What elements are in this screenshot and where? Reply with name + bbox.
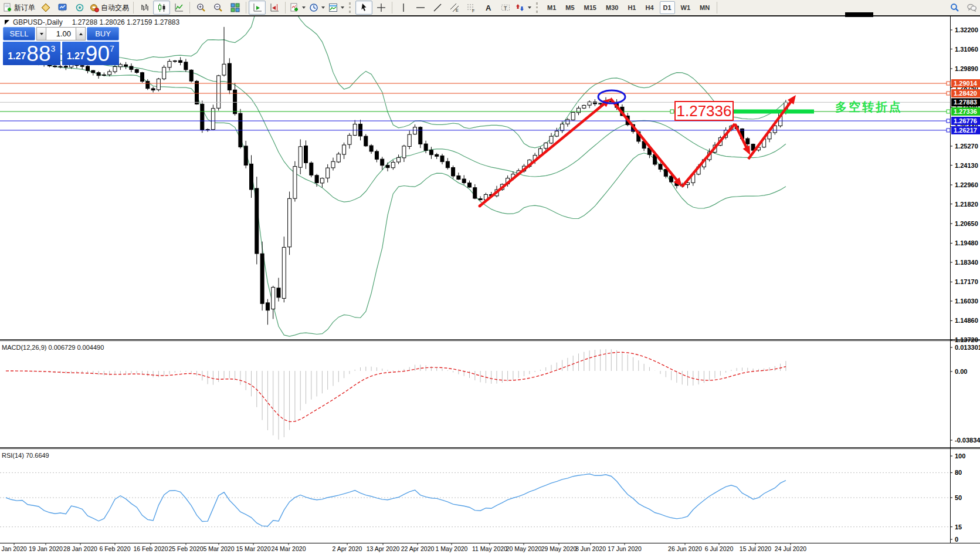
shift-icon [270, 3, 279, 12]
svg-text:1.26776: 1.26776 [954, 117, 977, 124]
tile-windows-button[interactable] [226, 1, 243, 15]
timeframe-W1[interactable]: W1 [677, 1, 694, 14]
candlestick-chart-button[interactable] [153, 1, 170, 15]
new-order-button-label: 新订单 [14, 3, 35, 13]
periods-dropdown[interactable] [307, 1, 327, 15]
turning-point-label[interactable]: 多空转折点 [835, 99, 903, 115]
buy-price-button[interactable]: 1.27 90 7 [62, 42, 120, 65]
horizontal-line-tool-button[interactable] [412, 1, 429, 15]
svg-text:1.27336: 1.27336 [954, 108, 977, 115]
auto-scroll-button[interactable] [249, 1, 266, 15]
label-tool-button[interactable]: T [497, 1, 514, 15]
svg-text:1.18340: 1.18340 [955, 259, 978, 266]
one-click-trading-panel: SELL 1.00 BUY 1.27 88 3 1.27 90 7 [3, 27, 119, 65]
timeframe-D1[interactable]: D1 [660, 1, 675, 14]
sell-price-pips: 88 [26, 44, 50, 63]
bar-chart-button[interactable] [136, 1, 153, 15]
svg-text:A: A [486, 4, 491, 12]
timeframe-MN[interactable]: MN [696, 1, 713, 14]
zoom-in-button[interactable] [192, 1, 209, 15]
svg-text:T: T [504, 5, 507, 11]
crosshair-tool-button[interactable] [372, 1, 389, 15]
svg-text:1.20650: 1.20650 [955, 220, 978, 227]
profiles-button[interactable] [37, 1, 54, 15]
new-order-button[interactable]: 新订单 [1, 1, 37, 15]
vertical-line-tool-button[interactable] [395, 1, 412, 15]
timeframe-M5[interactable]: M5 [562, 1, 578, 14]
toolbar-separator [285, 2, 286, 13]
zoom-in-icon [196, 3, 206, 12]
svg-text:20 May 2020: 20 May 2020 [506, 545, 542, 552]
macd-indicator [6, 349, 786, 440]
sell-price-button[interactable]: 1.27 88 3 [3, 42, 60, 65]
crosshair-icon [377, 3, 386, 12]
volume-input[interactable]: 1.00 [46, 27, 76, 40]
periods-icon [309, 3, 318, 12]
svg-text:100: 100 [955, 452, 965, 460]
svg-text:28 Jan 2020: 28 Jan 2020 [63, 545, 97, 552]
timeframe-H1[interactable]: H1 [624, 1, 639, 14]
channel-icon: E [450, 3, 459, 12]
autotrade-icon [90, 3, 99, 12]
timeframe-H4[interactable]: H4 [642, 1, 657, 14]
svg-text:1.16030: 1.16030 [955, 298, 978, 305]
toolbar-separator [189, 2, 190, 13]
chart-shift-button[interactable] [266, 1, 283, 15]
market-watch-button[interactable] [54, 1, 71, 15]
line-chart-button[interactable] [170, 1, 187, 15]
trendline-tool-button[interactable] [429, 1, 446, 15]
templates-dropdown[interactable] [327, 1, 346, 15]
svg-text:1.31060: 1.31060 [955, 46, 978, 53]
indicators-dropdown[interactable] [288, 1, 307, 15]
timeframe-M15[interactable]: M15 [581, 1, 600, 14]
symbol-period-label: GBPUSD-,Daily [13, 18, 63, 26]
chart-title: GBPUSD-,Daily 1.27288 1.28026 1.27159 1.… [5, 18, 179, 26]
svg-text:1.21820: 1.21820 [955, 201, 978, 208]
timeframe-M1[interactable]: M1 [544, 1, 559, 14]
strategy-tester-button[interactable] [71, 1, 88, 15]
svg-text:6 Feb 2020: 6 Feb 2020 [99, 545, 130, 552]
mt4-terminal-window: 1.322001.310601.298901.287501.275901.264… [0, 0, 980, 554]
svg-text:1.24130: 1.24130 [955, 162, 978, 169]
label-icon: T [501, 3, 510, 12]
rsi-pane-label: RSI(14) 70.6649 [2, 452, 49, 459]
svg-text:13 Apr 2020: 13 Apr 2020 [367, 545, 400, 552]
volume-increase-button[interactable] [76, 27, 86, 40]
svg-text:16 Feb 2020: 16 Feb 2020 [134, 545, 168, 552]
indicators-icon [290, 3, 299, 12]
svg-text:E: E [456, 8, 459, 12]
sell-price-point: 3 [51, 44, 56, 53]
autotrading-button[interactable]: 自动交易 [88, 1, 131, 15]
cursor-tool-button[interactable] [355, 1, 372, 15]
buy-button[interactable]: BUY [87, 27, 119, 40]
chat-button[interactable] [963, 1, 980, 15]
toolbar-grip [349, 2, 352, 13]
price-callout-box[interactable]: 1.27336 [674, 101, 734, 121]
channel-tool-button[interactable]: E [446, 1, 463, 15]
tile-icon [230, 3, 240, 12]
svg-text:11 May 2020: 11 May 2020 [472, 545, 507, 552]
svg-text:1.25270: 1.25270 [955, 143, 978, 150]
zoom-out-button[interactable] [209, 1, 226, 15]
toolbar-grip [536, 2, 540, 13]
fibonacci-tool-button[interactable]: F [463, 1, 480, 15]
sell-button[interactable]: SELL [3, 27, 35, 40]
svg-text:-0.038343: -0.038343 [955, 437, 980, 444]
shapes-dropdown[interactable] [514, 1, 533, 15]
svg-text:1.28420: 1.28420 [954, 90, 977, 97]
toolbar-separator [133, 2, 134, 13]
svg-text:1.32200: 1.32200 [955, 26, 978, 33]
search-button[interactable] [946, 1, 963, 15]
volume-decrease-button[interactable] [36, 27, 46, 40]
rsi-indicator [0, 472, 950, 526]
svg-text:17 Jun 2020: 17 Jun 2020 [608, 545, 642, 552]
svg-text:25 Feb 2020: 25 Feb 2020 [169, 545, 204, 552]
toolbar-separator [246, 2, 246, 13]
horizontal-level-lines[interactable] [0, 83, 950, 130]
svg-text:0.013301: 0.013301 [955, 344, 980, 351]
timeframe-M30[interactable]: M30 [602, 1, 622, 14]
date-axis: Jan 202019 Jan 202028 Jan 20206 Feb 2020… [1, 543, 806, 553]
text-tool-button[interactable]: A [480, 1, 497, 15]
autoscroll-icon [253, 3, 262, 12]
cursor-icon [360, 3, 369, 12]
